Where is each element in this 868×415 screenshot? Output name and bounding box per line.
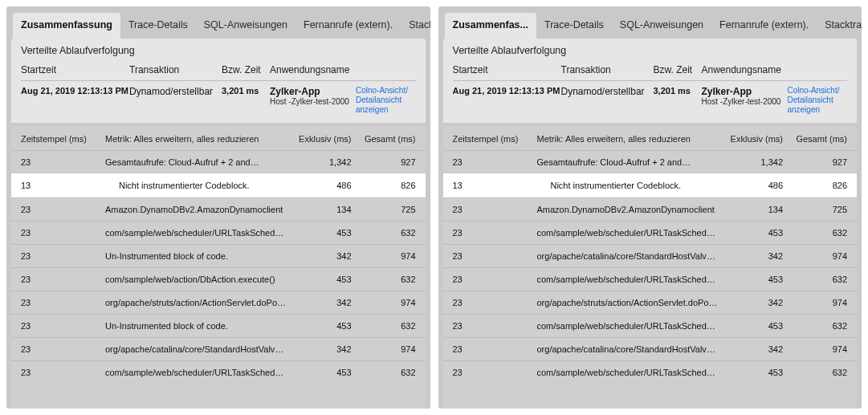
cell-exclusive: 453 <box>719 228 783 238</box>
cell-total: 632 <box>352 321 416 331</box>
table-row[interactable]: 23com/sample/web/scheduler/URLTaskSchedu… <box>11 221 426 244</box>
cell-metric: Nicht instrumentierter Codeblock. <box>537 181 719 190</box>
tab-3[interactable]: Fernanrufe (extern). <box>711 13 817 39</box>
th-exclusive: Exklusiv (ms) <box>287 134 352 144</box>
cell-exclusive: 1,342 <box>719 157 783 167</box>
tab-2[interactable]: SQL-Anweisungen <box>612 13 711 39</box>
tab-1[interactable]: Trace-Details <box>120 13 196 39</box>
cell-exclusive: 342 <box>719 344 783 354</box>
cell-exclusive: 342 <box>287 298 352 307</box>
tab-bar: ZusammenfassungTrace-DetailsSQL-Anweisun… <box>11 11 426 39</box>
view-links: Colno-Ansicht/Detailansicht anzeigen <box>787 86 847 115</box>
cell-metric: Nicht instrumentierter Codeblock. <box>105 181 287 190</box>
cell-exclusive: 486 <box>287 181 352 190</box>
cell-metric: org/apache/struts/action/ActionServlet.d… <box>537 298 719 307</box>
link-column-view[interactable]: Colno-Ansicht/ <box>356 86 416 96</box>
cell-metric: com/sample/web/scheduler/URLTaskSchedule… <box>105 368 287 377</box>
cell-metric: Un-Instrumented block of code. <box>105 321 287 331</box>
tab-2[interactable]: SQL-Anweisungen <box>196 13 295 39</box>
table-row[interactable]: 23Amazon.DynamoDBv2.AmazonDynamoclient13… <box>443 197 858 221</box>
tab-4[interactable]: Stacktrace <box>817 13 862 39</box>
link-detail-view[interactable]: Detailansicht anzeigen <box>787 96 847 115</box>
tab-3[interactable]: Fernanrufe (extern). <box>295 13 401 39</box>
table-row[interactable]: 13Nicht instrumentierter Codeblock.48682… <box>11 173 426 197</box>
table-row[interactable]: 23com/sample/web/scheduler/URLTaskSchedu… <box>443 267 858 291</box>
cell-total: 974 <box>352 344 416 354</box>
header-start: Startzeit <box>453 64 561 75</box>
reduce-all-link[interactable]: alles reduzieren <box>628 134 691 144</box>
table-row[interactable]: 23org/apache/catalina/core/StandardHostV… <box>11 337 426 360</box>
app-host: Host -Zylker-test-2000 <box>270 97 349 107</box>
app-host: Host -Zylker-test-2000 <box>702 97 781 107</box>
th-metric: Metrik: Alles erweitern, alles reduziere… <box>537 134 719 144</box>
table-header: Zeitstempel (ms)Metrik: Alles erweitern,… <box>443 126 858 150</box>
table-header: Zeitstempel (ms)Metrik: Alles erweitern,… <box>11 126 426 150</box>
cell-exclusive: 453 <box>719 321 783 331</box>
header-tx: Transaktion <box>129 64 222 75</box>
cell-total: 826 <box>352 181 416 190</box>
cell-total: 974 <box>783 251 847 261</box>
tab-1[interactable]: Trace-Details <box>536 13 612 39</box>
table-row[interactable]: 23org/apache/struts/action/ActionServlet… <box>443 291 858 314</box>
tab-0[interactable]: Zusammenfassung <box>13 13 120 39</box>
table-row[interactable]: 23com/sample/web/scheduler/URLTaskSchedu… <box>443 221 858 244</box>
cell-timestamp: 23 <box>21 344 105 354</box>
cell-exclusive: 342 <box>719 298 783 307</box>
app-name: Zylker-App <box>702 86 781 97</box>
cell-total: 826 <box>783 181 847 190</box>
cell-exclusive: 453 <box>287 228 352 238</box>
header-start: Startzeit <box>21 64 129 75</box>
cell-total: 974 <box>783 344 847 354</box>
reduce-all-link[interactable]: alles reduzieren <box>197 134 259 144</box>
cell-metric: org/apache/catalina/core/StandardHostVal… <box>105 344 287 354</box>
cell-total: 632 <box>352 228 416 238</box>
cell-metric: Gesamtaufrufe: Cloud-Aufruf + 2 andere M… <box>105 157 287 167</box>
table-row[interactable]: 23org/apache/catalina/core/StandardHostV… <box>443 244 858 267</box>
cell-timestamp: 13 <box>21 181 105 190</box>
summary-app: Zylker-AppHost -Zylker-test-2000Colno-An… <box>702 86 848 115</box>
expand-all-link[interactable]: Alles erweitern, <box>565 134 626 144</box>
table-row[interactable]: 23com/sample/web/scheduler/URLTaskSchedu… <box>11 360 426 384</box>
table-row[interactable]: 23org/apache/struts/action/ActionServlet… <box>11 291 426 314</box>
cell-total: 632 <box>352 368 416 377</box>
th-metric-prefix: Metrik: <box>537 134 564 144</box>
table-row[interactable]: 23com/sample/web/action/DbAction.execute… <box>11 267 426 291</box>
cell-exclusive: 342 <box>287 251 352 261</box>
summary-resptime: 3,201 ms <box>222 86 270 96</box>
tab-0[interactable]: Zusammenfas... <box>445 13 536 39</box>
table-row[interactable]: 23Gesamtaufrufe: Cloud-Aufruf + 2 andere… <box>11 150 426 173</box>
table-row[interactable]: 23Un-Instrumented block of code.453632 <box>11 314 426 337</box>
table-row[interactable]: 23Gesamtaufrufe: Cloud-Aufruf + 2 andere… <box>443 150 858 173</box>
cell-timestamp: 23 <box>453 251 537 261</box>
cell-total: 632 <box>783 228 847 238</box>
summary-app: Zylker-AppHost -Zylker-test-2000Colno-An… <box>270 86 416 115</box>
table-row[interactable]: 23Amazon.DynamoDBv2.AmazonDynamoclient13… <box>11 197 426 221</box>
link-column-view[interactable]: Colno-Ansicht/ <box>787 86 847 96</box>
cell-timestamp: 23 <box>453 298 537 307</box>
table-row[interactable]: 23com/sample/web/scheduler/URLTaskSchedu… <box>443 360 858 384</box>
cell-timestamp: 23 <box>453 228 537 238</box>
expand-all-link[interactable]: Alles erweitern, <box>133 134 194 144</box>
table-row[interactable]: 23org/apache/catalina/core/StandardHostV… <box>443 337 858 360</box>
cell-exclusive: 342 <box>719 251 783 261</box>
cell-metric: com/sample/web/scheduler/URLTaskSchedule… <box>537 228 719 238</box>
cell-total: 725 <box>352 205 416 214</box>
summary-row: Aug 21, 2019 12:13:13 PMDynamod/erstellb… <box>453 81 848 118</box>
cell-metric: org/apache/catalina/core/StandardHostVal… <box>537 251 719 261</box>
cell-metric: com/sample/web/scheduler/URLTaskSchedule… <box>537 275 719 284</box>
cell-timestamp: 23 <box>453 205 537 214</box>
header-tx: Transaktion <box>561 64 654 75</box>
cell-exclusive: 134 <box>719 205 783 214</box>
th-total: Gesamt (ms) <box>352 134 416 144</box>
table-row[interactable]: 23Un-Instrumented block of code.342974 <box>11 244 426 267</box>
summary-row: Aug 21, 2019 12:13:13 PMDynamod/erstellb… <box>21 81 416 118</box>
cell-timestamp: 23 <box>21 228 105 238</box>
tab-4[interactable]: Stacktrace <box>401 13 430 39</box>
table-row[interactable]: 23com/sample/web/scheduler/URLTaskSchedu… <box>443 314 858 337</box>
th-exclusive: Exklusiv (ms) <box>719 134 783 144</box>
cell-metric: org/apache/struts/action/ActionServlet.d… <box>105 298 287 307</box>
table-row[interactable]: 13Nicht instrumentierter Codeblock.48682… <box>443 173 858 197</box>
view-links: Colno-Ansicht/Detailansicht anzeigen <box>356 86 416 115</box>
link-detail-view[interactable]: Detailansicht anzeigen <box>356 96 416 115</box>
summary-start: Aug 21, 2019 12:13:13 PM <box>453 86 561 96</box>
